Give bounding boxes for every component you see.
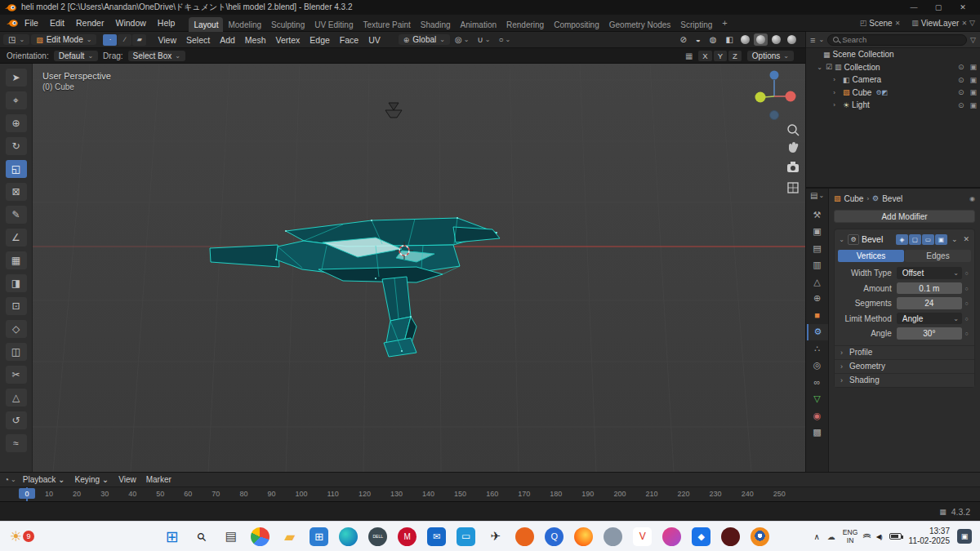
breadcrumb-object[interactable]: Cube [844,194,864,203]
modifier-display-toggle-realtime[interactable]: ▭ [922,234,934,245]
taskbar-icon-display-app[interactable]: ▭ [457,527,475,546]
topbar-menu[interactable]: Render [70,18,109,28]
outliner-search-input[interactable] [842,35,961,44]
animate-dot-icon[interactable]: ○ [962,331,971,336]
editor-type-button[interactable]: ◳ ⌄ [3,34,29,45]
select-mode-face[interactable]: ▰ [132,34,146,46]
expand-icon[interactable]: › [831,89,838,96]
timeline-menu[interactable]: Keying ⌄ [69,475,114,484]
workspace-tab[interactable]: Shading [416,17,456,32]
field-value[interactable]: 0.1 m ⌄ [897,282,962,295]
tool-poly-build[interactable]: △ [6,389,27,407]
axis-toggle[interactable]: X [698,51,711,61]
outliner-item-label[interactable]: Camera [853,75,882,84]
hide-eye-icon[interactable]: ⊙ [958,76,964,84]
header-toggle-toggle-xray[interactable]: ◧ [723,35,737,44]
pin-icon[interactable]: ◉ [969,195,975,202]
header-toggle-show-overlays[interactable]: ◍ [706,35,720,44]
bevel-affect-tab[interactable]: Vertices [838,250,904,262]
select-mode-edge[interactable]: ∕ [118,34,131,46]
ortho-toggle-icon[interactable] [788,183,798,193]
header-tool-pivot-point[interactable]: ◎⌄ [452,35,472,44]
properties-tab-texture[interactable]: ▩ [807,424,828,442]
properties-tab-scene[interactable]: △ [807,273,828,291]
disable-render-icon[interactable]: ▣ [969,101,977,109]
outliner-item-label[interactable]: Cube [853,88,872,97]
taskbar-icon-blender[interactable] [751,527,769,546]
mode-dropdown[interactable]: ▧ Edit Mode ⌄ [31,34,96,45]
tool-move[interactable]: ⊕ [6,114,27,132]
taskbar-icon-blue-grid-app[interactable]: ⊞ [310,527,328,546]
snap-grid-icon[interactable]: ▦ [685,51,693,60]
shading-mode-solid[interactable] [754,33,768,46]
taskbar-icon-folder-dark[interactable]: ▤ [221,527,240,546]
topbar-menu[interactable]: File [19,18,44,28]
outliner-filter-icon[interactable]: ▽ [970,36,976,44]
navigation-gizmo[interactable] [755,71,796,120]
taskbar-icon-photos[interactable]: ◆ [692,527,710,546]
hide-eye-icon[interactable]: ⊙ [958,101,964,109]
expand-icon[interactable]: › [831,76,838,83]
gizmo-y-axis[interactable] [755,92,766,103]
properties-editor-icon[interactable]: ▤⌄ [810,191,824,200]
orientation-default-dropdown[interactable]: Default ⌄ [54,51,98,61]
field-value[interactable]: 30° ⌄ [897,327,962,340]
shading-mode-wireframe[interactable] [738,33,752,46]
tool-measure[interactable]: ∠ [6,229,27,247]
tool-annotate[interactable]: ✎ [6,206,27,224]
taskbar-icon-airplane[interactable]: ✈ [486,527,505,546]
viewlayer-filter-icon[interactable]: ▽ [969,19,975,27]
tool-loop-cut[interactable]: ◫ [6,343,27,361]
workspace-tab[interactable]: Layout [189,17,223,32]
language-switcher[interactable]: ENGIN [843,528,858,544]
shading-mode-material-preview[interactable] [769,33,783,46]
select-mode-vertex[interactable]: ∙ [103,34,117,46]
header-toggle-show-object-types[interactable]: ⊘ [676,35,689,44]
taskbar-icon-edge[interactable] [339,527,358,546]
shading-mode-rendered[interactable] [785,33,799,46]
tool-cursor-3d[interactable]: ⌖ [6,91,27,109]
taskbar-icon-mcafee[interactable]: M [398,527,416,546]
workspace-tab[interactable]: UV Editing [310,17,358,32]
properties-tab-render[interactable]: ▣ [807,224,828,241]
taskbar-icon-outlook[interactable]: ✉ [427,527,446,546]
bevel-affect-tab[interactable]: Edges [905,250,971,262]
viewlayer-unlink-icon[interactable]: ✕ [961,20,967,27]
timeline-menu[interactable]: Marker [141,475,176,484]
pan-hand-icon[interactable] [789,142,798,153]
topbar-menu[interactable]: Help [152,18,181,28]
options-dropdown[interactable]: Options ⌄ [747,51,794,61]
tool-bevel[interactable]: ◇ [6,320,27,338]
outliner-item-label[interactable]: Collection [844,63,880,72]
minimize-button[interactable]: — [902,0,926,15]
topbar-menu[interactable]: Window [109,18,151,28]
modifier-name[interactable]: Bevel [862,234,883,244]
maximize-button[interactable]: ▢ [926,0,951,15]
zoom-icon[interactable] [788,125,799,136]
taskbar-icon-pink-app[interactable] [662,527,681,546]
battery-icon[interactable] [889,533,902,540]
camera-object[interactable] [385,103,402,118]
properties-tab-constraints[interactable]: ∞ [807,374,828,391]
taskbar-icon-chrome[interactable] [251,527,270,546]
scene-selector[interactable]: Scene [869,19,892,28]
taskbar-icon-firefox[interactable] [574,527,593,546]
viewport-menu[interactable]: View [153,35,181,45]
outliner-editor-icon[interactable]: ≡ [810,35,815,45]
blender-app-menu-icon[interactable] [6,19,19,28]
breadcrumb-modifier[interactable]: Bevel [882,194,902,203]
properties-tab-world[interactable]: ⊕ [807,291,828,308]
viewport-menu[interactable]: Add [215,35,240,45]
outliner-row-cube[interactable]: › ▧ Cube ⚙◩ ⊙ ▣ [806,87,980,100]
viewport-menu[interactable]: Edge [305,35,335,45]
camera-view-icon[interactable] [787,162,799,172]
workspace-tab[interactable]: Rendering [501,17,549,32]
outliner-row-collection[interactable]: ⌄ ☑ ▥ Collection ⊙ ▣ [806,61,980,74]
close-button[interactable]: ✕ [951,0,975,15]
taskbar-icon-search[interactable]: ⚲ [188,523,215,550]
field-value[interactable]: Angle ⌄ [897,313,962,325]
outliner-row-light[interactable]: › ☀ Light ⊙ ▣ [806,99,980,112]
disable-render-icon[interactable]: ▣ [969,63,977,71]
modifier-section[interactable]: › Profile [835,345,974,359]
helicopter-model[interactable] [210,217,500,357]
